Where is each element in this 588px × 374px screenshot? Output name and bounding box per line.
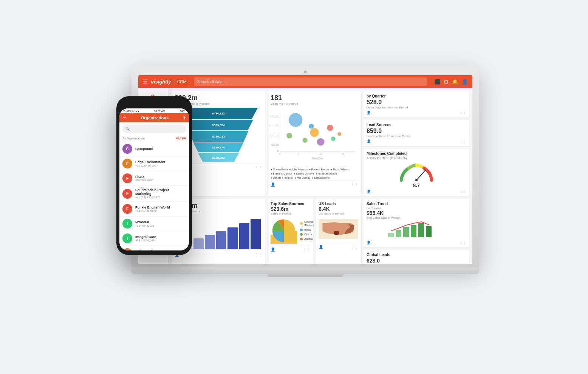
milestone-grid-icon[interactable]: ⋮⋮ — [460, 190, 466, 193]
header-icons: ⬛ ⊞ 🔔 👤 — [434, 79, 468, 85]
bar-7 — [251, 219, 261, 249]
quarter-card: by Quarter 528.0 Open Opportunities this… — [364, 91, 469, 117]
list-item[interactable]: F Fit4D 8707788-9791 — [119, 171, 189, 186]
crm-label: CRM — [177, 79, 187, 84]
grid-icon[interactable]: ⊞ — [444, 79, 448, 85]
item-info-edge1: Edge Environment +1 (123)456-5677 — [135, 160, 186, 167]
user-icon[interactable]: 👤 — [462, 79, 468, 85]
avatar-i1: I — [122, 219, 132, 229]
trend-svg — [367, 219, 466, 238]
legend-australia: Australia — [300, 237, 313, 241]
china-dot — [300, 233, 303, 236]
phone-screen: TestFlight ● ● 10:52 AM 94% ☰ Organizati… — [119, 108, 189, 250]
australia-label: Australia — [304, 237, 313, 241]
right-top-column: by Quarter 528.0 Open Opportunities this… — [364, 91, 469, 196]
trend-grid-icon[interactable]: ⋮⋮ — [460, 241, 466, 244]
item-info-funkie: Funkie English World +8436434150053 — [135, 206, 186, 213]
src-grid-icon[interactable]: ⋮⋮ — [303, 247, 310, 252]
deals-title: Deals Won in Period — [271, 102, 358, 105]
quarter-grid-icon[interactable]: ⋮⋮ — [460, 111, 466, 114]
sales-trend-num: $55.4K — [367, 210, 466, 216]
list-item[interactable]: F Funkie English World +8436434150053 — [119, 202, 189, 216]
ul-grid-icon[interactable]: ⋮⋮ — [351, 245, 358, 249]
svg-text:12: 12 — [431, 180, 433, 182]
deals-footer: 👤 ⋮⋮ — [271, 181, 358, 187]
india-label: India — [304, 228, 311, 232]
us-leads-num: 6.4K — [319, 206, 358, 212]
list-item[interactable]: E Edge Environment +1 (123)456-5677 — [119, 156, 189, 171]
item-info-compound: Compound — [135, 147, 186, 151]
svg-text:10: 10 — [319, 153, 322, 155]
search-input[interactable]: Search all data... — [194, 77, 427, 86]
lead-grid-icon[interactable]: ⋮⋮ — [460, 139, 466, 143]
phone-title: Organizations — [129, 116, 181, 120]
legend-china: China — [300, 233, 313, 236]
top-sources-subtitle: Sales in Period — [271, 212, 310, 215]
avatar-i2: I — [122, 233, 132, 243]
item-name: Compound — [135, 147, 186, 151]
list-item[interactable]: E Edge Environment +1 (234)456-1100 — [119, 246, 189, 250]
svg-rect-34 — [418, 223, 424, 237]
list-item[interactable]: I Iexastral +16445432055 — [119, 216, 189, 231]
phone-add-icon[interactable]: + — [183, 115, 186, 121]
svg-rect-30 — [388, 233, 394, 237]
us-dot — [300, 222, 303, 225]
svg-point-17 — [331, 136, 336, 141]
phone-status-bar: TestFlight ● ● 10:52 AM 94% — [119, 108, 189, 113]
svg-text:$200,000: $200,000 — [271, 114, 279, 117]
phone-filter-button[interactable]: FILTER — [176, 137, 186, 140]
quarter-person-icon: 👤 — [367, 111, 371, 114]
box-icon[interactable]: ⬛ — [434, 79, 440, 85]
svg-text:$0: $0 — [277, 150, 279, 152]
milestone-person-icon: 👤 — [367, 190, 371, 193]
legend-india: India — [300, 228, 313, 232]
laptop-stand — [268, 274, 343, 277]
phone-search[interactable]: 🔍 — [122, 125, 186, 133]
list-item[interactable]: I Integral Care 913-4034A,035- — [119, 231, 189, 246]
milestones-subtitle: Activity Per Type (This Month) — [367, 156, 466, 160]
us-leads-card: US Leads 6.4K US leads in Period — [316, 199, 361, 264]
bell-icon[interactable]: 🔔 — [452, 79, 458, 85]
crm-main: $20.2m Potential Sales in Pipeline $434,… — [169, 88, 472, 264]
global-leads-card: Global Leads 628.0 👤 ⋮⋮ — [364, 250, 469, 264]
person-icon-2: 👤 — [271, 182, 275, 187]
quarter-num: 528.0 — [367, 99, 466, 106]
svg-rect-33 — [411, 225, 416, 237]
logo: insightly — [151, 79, 171, 85]
svg-point-18 — [286, 133, 292, 139]
svg-text:5: 5 — [298, 153, 299, 155]
pie-container: United States India — [271, 218, 310, 244]
bar-4 — [216, 231, 226, 250]
avatar-f1: F — [122, 173, 132, 183]
funnel-level-3: $280,022 — [185, 131, 252, 142]
avatar-f2: F — [122, 189, 132, 199]
milestones-value: 8.7 — [413, 182, 420, 188]
phone-notch — [143, 101, 166, 107]
global-leads-num: 628.0 — [367, 258, 466, 264]
list-item[interactable]: F Fountaindale Project Marketing +41 (53… — [119, 186, 189, 202]
bubble-chart: $200,000 $150,000 $100,000 $50,000 $0 0 … — [271, 105, 358, 166]
grid-small-icon-2[interactable]: ⋮⋮ — [351, 182, 358, 187]
us-leads-subtitle: US leads in Period — [319, 212, 358, 215]
item-phone: 913-4034A,035- — [135, 239, 186, 242]
svg-text:0: 0 — [279, 153, 280, 155]
hamburger-icon[interactable]: ☰ — [143, 79, 148, 85]
crm-header: ☰ insightly | CRM Search all data... ⬛ ⊞… — [138, 75, 472, 88]
search-placeholder: Search all data... — [197, 80, 226, 84]
avatar-c: C — [122, 144, 132, 154]
phone-body: TestFlight ● ● 10:52 AM 94% ☰ Organizati… — [116, 96, 192, 255]
bars-container — [182, 215, 261, 249]
item-info-integral: Integral Care 913-4034A,035- — [135, 235, 186, 242]
grid-small-icon[interactable]: ⋮⋮ — [255, 165, 262, 170]
phone-nav: ☰ Organizations + — [119, 113, 189, 122]
phone-menu-icon[interactable]: ☰ — [122, 115, 127, 121]
bar-2 — [193, 238, 204, 249]
lb-grid-icon[interactable]: ⋮⋮ — [255, 253, 262, 257]
svg-point-16 — [317, 138, 325, 146]
us-leads-footer: 👤 ⋮⋮ — [319, 243, 358, 249]
item-name: Fountaindale Project Marketing — [135, 188, 186, 196]
svg-line-26 — [416, 170, 426, 180]
list-item[interactable]: C Compound — [119, 142, 189, 156]
sales-trend-card: Sales Trend by Quarter $55.4K Avg Sales … — [364, 199, 469, 247]
item-info-fit4d: Fit4D 8707788-9791 — [135, 175, 186, 182]
